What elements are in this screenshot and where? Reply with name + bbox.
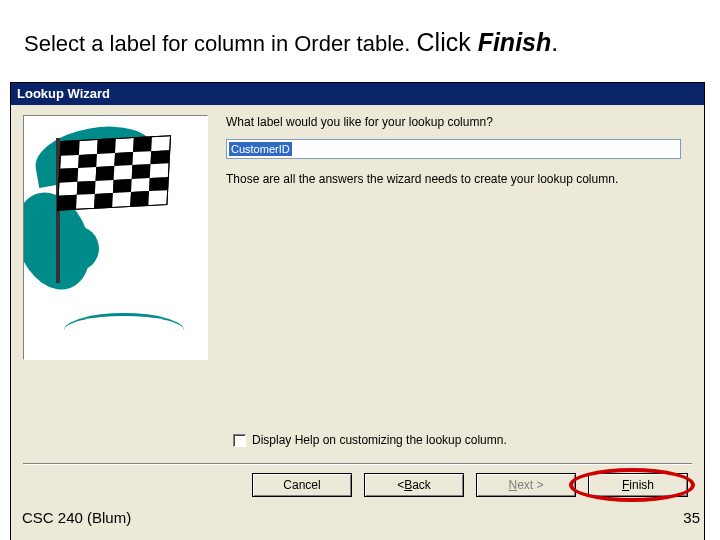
wizard-done-text: Those are all the answers the wizard nee…: [226, 171, 692, 188]
instruction-part4: .: [551, 28, 558, 56]
dialog-titlebar: Lookup Wizard: [11, 83, 704, 105]
back-rest: ack: [412, 478, 431, 492]
label-input[interactable]: CustomerID: [226, 139, 681, 159]
next-button: Next >: [476, 473, 576, 497]
display-help-label: Display Help on customizing the lookup c…: [252, 433, 507, 447]
slide-footer-left: CSC 240 (Blum): [22, 509, 131, 526]
dialog-button-row: Cancel < Back Next > Finish: [252, 473, 688, 497]
instruction-part2: Click: [417, 28, 478, 56]
display-help-checkbox[interactable]: [233, 434, 246, 447]
back-accel: B: [404, 478, 412, 492]
instruction-part1: Select a label for column in Order table…: [24, 31, 417, 56]
instruction-part3: Finish: [478, 28, 552, 56]
wizard-prompt-label: What label would you like for your looku…: [226, 115, 692, 129]
lookup-wizard-dialog: Lookup Wizard What label would you like …: [10, 82, 705, 540]
slide-number: 35: [683, 509, 700, 526]
finish-rest: inish: [629, 478, 654, 492]
next-rest: ext >: [517, 478, 543, 492]
cancel-button-label: Cancel: [283, 478, 320, 492]
dialog-title: Lookup Wizard: [17, 86, 110, 101]
finish-button[interactable]: Finish: [588, 473, 688, 497]
label-input-value: CustomerID: [229, 142, 292, 156]
slide-instruction: Select a label for column in Order table…: [24, 28, 558, 57]
cancel-button[interactable]: Cancel: [252, 473, 352, 497]
dialog-separator: [23, 463, 692, 465]
back-button[interactable]: < Back: [364, 473, 464, 497]
next-accel: N: [508, 478, 517, 492]
wizard-flag-image: [23, 115, 208, 360]
back-prefix: <: [397, 478, 404, 492]
finish-accel: F: [622, 478, 629, 492]
